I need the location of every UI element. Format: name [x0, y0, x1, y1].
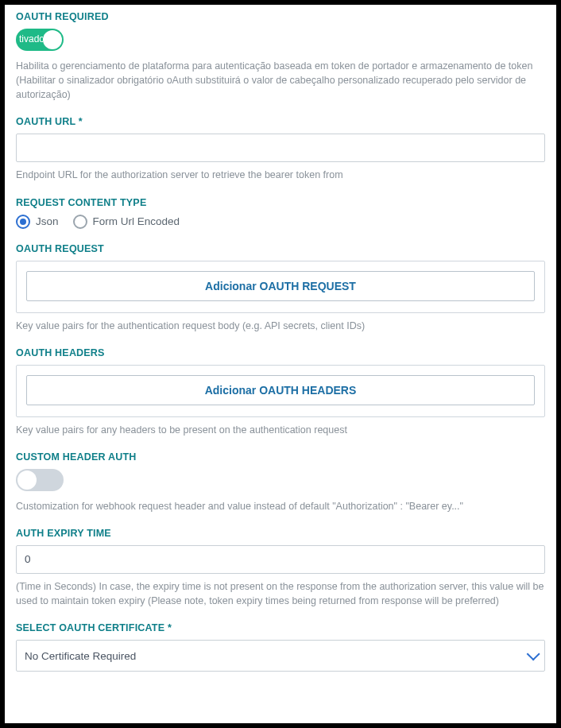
oauth-headers-label: OAUTH HEADERS — [16, 347, 545, 358]
select-cert-dropdown[interactable]: No Certificate Required — [16, 640, 545, 672]
radio-form-label: Form Url Encoded — [93, 215, 180, 227]
auth-expiry-input[interactable] — [16, 545, 545, 574]
oauth-headers-help: Key value pairs for any headers to be pr… — [16, 423, 545, 437]
toggle-knob — [17, 470, 37, 490]
oauth-request-help: Key value pairs for the authentication r… — [16, 319, 545, 333]
toggle-knob — [43, 30, 62, 49]
radio-json-label: Json — [36, 215, 59, 227]
oauth-request-box: Adicionar OAUTH REQUEST — [16, 261, 545, 313]
oauth-url-input[interactable] — [16, 134, 545, 162]
add-oauth-request-button[interactable]: Adicionar OAUTH REQUEST — [26, 271, 535, 301]
radio-json[interactable]: Json — [16, 215, 59, 229]
oauth-url-label: OAUTH URL * — [16, 116, 545, 127]
oauth-url-help: Endpoint URL for the authorization serve… — [16, 168, 545, 182]
add-oauth-headers-button[interactable]: Adicionar OAUTH HEADERS — [26, 375, 535, 405]
select-cert-value: No Certificate Required — [25, 650, 136, 662]
request-content-type-label: REQUEST CONTENT TYPE — [16, 197, 545, 208]
oauth-required-toggle[interactable]: tivado — [16, 29, 64, 51]
custom-header-auth-toggle[interactable] — [16, 469, 64, 491]
radio-icon — [16, 215, 30, 229]
auth-expiry-help: (Time in Seconds) In case, the expiry ti… — [16, 579, 545, 608]
radio-form-url-encoded[interactable]: Form Url Encoded — [73, 215, 180, 229]
oauth-required-help: Habilita o gerenciamento de plataforma p… — [16, 59, 545, 102]
radio-icon — [73, 215, 87, 229]
chevron-down-icon — [527, 648, 540, 661]
auth-expiry-label: AUTH EXPIRY TIME — [16, 528, 545, 539]
custom-header-auth-label: CUSTOM HEADER AUTH — [16, 451, 545, 463]
custom-header-auth-help: Customization for webhook request header… — [16, 499, 545, 513]
select-cert-label: SELECT OAUTH CERTIFICATE * — [16, 622, 545, 633]
oauth-headers-box: Adicionar OAUTH HEADERS — [16, 365, 545, 417]
oauth-request-label: OAUTH REQUEST — [16, 243, 545, 254]
toggle-state-text: tivado — [19, 33, 43, 45]
content-type-radio-group: Json Form Url Encoded — [16, 215, 545, 229]
oauth-settings-panel: OAUTH REQUIRED tivado Habilita o gerenci… — [5, 5, 556, 723]
oauth-required-label: OAUTH REQUIRED — [16, 11, 545, 22]
